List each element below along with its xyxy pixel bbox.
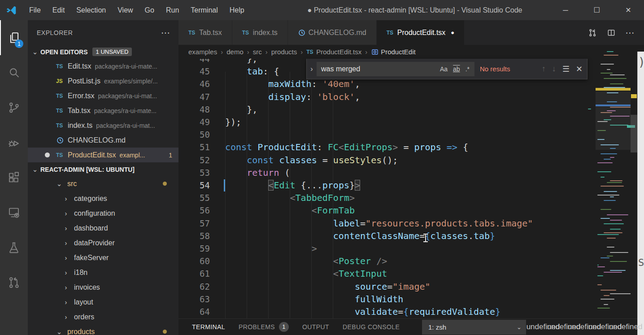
tree-item-src[interactable]: ⌄src <box>28 176 178 191</box>
minimap-line <box>604 191 617 192</box>
panel-tab-debug-console[interactable]: DEBUG CONSOLE <box>343 323 400 331</box>
code-line-46[interactable]: 46 maxWidth: '40em', <box>178 78 596 90</box>
scrollbar-thumb[interactable] <box>631 115 637 152</box>
tree-item-dashboard[interactable]: ›dashboard <box>28 221 178 235</box>
menu-go[interactable]: Go <box>139 0 160 20</box>
code-line-59[interactable]: 59 > <box>178 242 596 255</box>
code-line-60[interactable]: 60 <Poster /> <box>178 255 596 267</box>
code-line-61[interactable]: 61 <TextInput <box>178 267 596 280</box>
open-editor-productedit.tsx[interactable]: TSProductEdit.tsxexampl...1 <box>28 148 178 162</box>
panel-tab-problems[interactable]: PROBLEMS1 <box>239 322 289 332</box>
breadcrumb-item-demo[interactable]: demo› <box>226 48 253 56</box>
tab-tab.tsx[interactable]: TSTab.tsx <box>178 20 232 45</box>
minimap[interactable] <box>596 45 631 318</box>
split-editor-button[interactable] <box>604 25 619 40</box>
open-editor-index.ts[interactable]: TSindex.tspackages/ra-ui-mat... <box>28 118 178 133</box>
next-match-button[interactable]: ↓ <box>552 64 556 74</box>
activity-run-debug[interactable] <box>0 125 28 160</box>
panel-tab-label: PROBLEMS <box>239 323 275 331</box>
code-line-57[interactable]: 57 label="resources.products.tabs.image" <box>178 217 596 230</box>
panel-tab-terminal[interactable]: TERMINAL <box>192 323 225 331</box>
code-line-56[interactable]: 56 <FormTab <box>178 204 596 217</box>
menu-selection[interactable]: Selection <box>70 0 112 20</box>
breadcrumb-item-examples[interactable]: examples› <box>188 48 226 56</box>
menu-view[interactable]: View <box>112 0 139 20</box>
activity-explorer[interactable]: 1 <box>0 20 28 55</box>
code-line-64[interactable]: 64 validate={requiredValidate} <box>178 305 596 318</box>
open-editor-tab.tsx[interactable]: TSTab.tsxpackages/ra-ui-mate... <box>28 103 178 118</box>
code-line-62[interactable]: 62 source="image" <box>178 280 596 293</box>
close-button[interactable]: ✕ <box>613 0 644 20</box>
activity-remote-explorer[interactable] <box>0 195 28 230</box>
find-input[interactable]: was merged Aaab.* <box>317 62 474 76</box>
open-editor-postlist.js[interactable]: JSPostList.jsexamples/simple/... <box>28 74 178 88</box>
more-actions-button[interactable]: ⋯ <box>622 25 638 40</box>
code-editor[interactable]: 44 },45 tab: {46 maxWidth: '40em',47 dis… <box>178 52 596 318</box>
code-line-63[interactable]: 63 fullWidth <box>178 293 596 305</box>
activity-extensions[interactable] <box>0 160 28 195</box>
minimap-line <box>600 177 605 178</box>
[object Object]-button[interactable]: undefined <box>617 320 635 335</box>
code-line-51[interactable]: 51const ProductEdit: FC<EditProps> = pro… <box>178 141 596 153</box>
tree-item-layout[interactable]: ›layout <box>28 295 178 309</box>
code-line-49[interactable]: 49}); <box>178 116 596 128</box>
breadcrumb-item-productedit.tsx[interactable]: TSProductEdit.tsx› <box>306 48 371 56</box>
tree-item-i18n[interactable]: ›i18n <box>28 265 178 280</box>
toggle-replace-button[interactable]: › <box>307 59 317 79</box>
tree-item-dataprovider[interactable]: ›dataProvider <box>28 235 178 250</box>
previous-match-button[interactable]: ↑ <box>542 64 546 74</box>
minimap-line <box>600 153 617 154</box>
maximize-button[interactable]: ☐ <box>581 0 613 20</box>
breadcrumb-item-productedit[interactable]: ProductEdit <box>371 48 416 56</box>
tree-item-fakeserver[interactable]: ›fakeServer <box>28 250 178 265</box>
code-line-47[interactable]: 47 display: 'block', <box>178 91 596 103</box>
open-changes-button[interactable] <box>585 25 600 40</box>
code-line-55[interactable]: 55 <TabbedForm> <box>178 191 596 204</box>
menu-help[interactable]: Help <box>224 0 250 20</box>
code-line-58[interactable]: 58 contentClassName={classes.tab} <box>178 230 596 242</box>
find-in-selection-button[interactable]: ☰ <box>562 64 570 74</box>
tree-item-categories[interactable]: ›categories <box>28 191 178 206</box>
code-line-53[interactable]: 53 return ( <box>178 166 596 179</box>
open-editor-changelog.md[interactable]: CHANGELOG.md <box>28 133 178 148</box>
editor-scrollbar[interactable] <box>631 45 637 318</box>
tree-item-invoices[interactable]: ›invoices <box>28 280 178 295</box>
tab-changelog.md[interactable]: CHANGELOG.md <box>288 20 377 45</box>
minimize-button[interactable]: ─ <box>550 0 581 20</box>
regex-toggle[interactable]: .* <box>463 65 472 74</box>
menu-run[interactable]: Run <box>160 0 185 20</box>
minimap-line <box>604 223 624 224</box>
match-case-toggle[interactable]: Aa <box>438 65 450 74</box>
tree-item-configuration[interactable]: ›configuration <box>28 206 178 221</box>
breadcrumb-label: ProductEdit <box>381 48 416 56</box>
menu-file[interactable]: File <box>23 0 47 20</box>
open-editor-edit.tsx[interactable]: TSEdit.tsxpackages/ra-ui-mate... <box>28 59 178 74</box>
workspace-header[interactable]: ⌄ REACT-ADMIN [WSL: UBUNTU] <box>28 162 178 176</box>
tab-productedit.tsx[interactable]: TSProductEdit.tsx● <box>377 20 465 45</box>
activity-search[interactable] <box>0 55 28 90</box>
activity-github-pull-requests[interactable] <box>0 265 28 300</box>
breadcrumb-item-products[interactable]: products› <box>271 48 307 56</box>
activity-source-control[interactable] <box>0 90 28 125</box>
find-query[interactable]: was merged <box>321 65 437 73</box>
close-button[interactable]: ✕ <box>576 64 583 74</box>
menu-terminal[interactable]: Terminal <box>185 0 223 20</box>
code-line-52[interactable]: 52 const classes = useStyles(); <box>178 154 596 166</box>
open-editors-header[interactable]: ⌄ OPEN EDITORS 1 UNSAVED <box>28 45 178 59</box>
breadcrumb-item-src[interactable]: src› <box>253 48 271 56</box>
activity-test[interactable] <box>0 230 28 265</box>
minimap-line <box>597 162 613 163</box>
more-actions-icon[interactable]: ⋯ <box>161 27 170 38</box>
ts-file-icon: TS <box>306 49 316 55</box>
whole-word-toggle[interactable]: ab <box>451 65 462 74</box>
code-line-50[interactable]: 50 <box>178 128 596 141</box>
tree-item-orders[interactable]: ›orders <box>28 309 178 324</box>
terminal-shell-selector[interactable]: 1: zsh ⌄ <box>422 320 526 335</box>
code-line-54[interactable]: 54 <Edit {...props}> <box>178 179 596 191</box>
menu-edit[interactable]: Edit <box>47 0 71 20</box>
tree-item-products[interactable]: ⌄products <box>28 324 178 335</box>
tab-index.ts[interactable]: TSindex.ts <box>232 20 288 45</box>
code-line-48[interactable]: 48 }, <box>178 103 596 116</box>
open-editor-error.tsx[interactable]: TSError.tsxpackages/ra-ui-mat... <box>28 88 178 103</box>
panel-tab-output[interactable]: OUTPUT <box>302 323 329 331</box>
